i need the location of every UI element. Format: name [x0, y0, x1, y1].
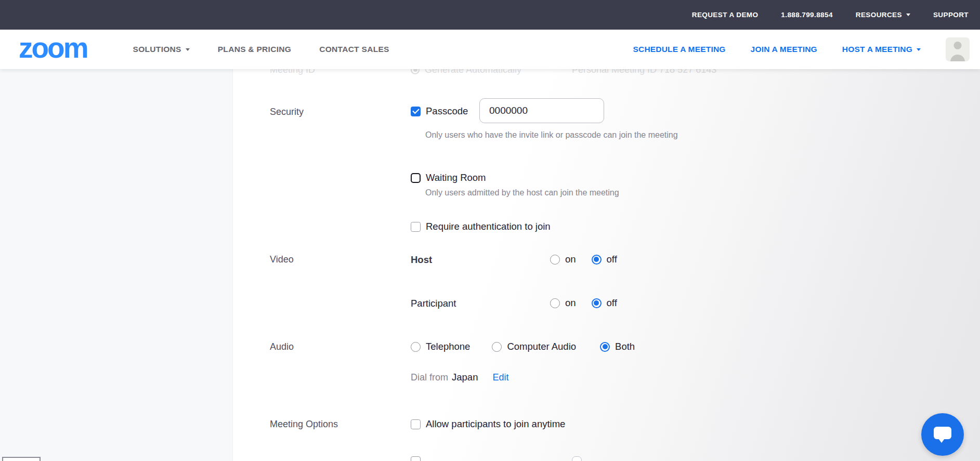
solutions-label: SOLUTIONS	[133, 45, 181, 54]
resources-label: RESOURCES	[856, 11, 902, 19]
audio-both-radio[interactable]	[600, 342, 610, 352]
plans-pricing-label: PLANS & PRICING	[218, 45, 291, 54]
person-icon	[950, 55, 965, 61]
host-video-on-radio[interactable]	[550, 255, 560, 265]
participant-video-on-radio[interactable]	[550, 298, 560, 308]
video-section-label: Video	[270, 254, 294, 265]
support-link[interactable]: SUPPORT	[933, 11, 969, 19]
waiting-room-checkbox[interactable]	[411, 173, 421, 183]
chat-bubble-icon	[934, 427, 951, 439]
chat-support-button[interactable]	[921, 413, 964, 456]
passcode-row: Passcode	[411, 106, 468, 117]
dial-from-label: Dial from	[411, 372, 448, 383]
audio-computer-label: Computer Audio	[507, 341, 576, 352]
zoom-schedule-meeting-page: Meeting ID Generate Automatically Person…	[0, 0, 980, 461]
schedule-a-meeting-label: SCHEDULE A MEETING	[633, 45, 725, 54]
participant-video-off-radio[interactable]	[592, 298, 602, 308]
audio-telephone-radio[interactable]	[411, 342, 421, 352]
contact-sales-label: CONTACT SALES	[319, 45, 389, 54]
join-a-meeting-label: JOIN A MEETING	[751, 45, 817, 54]
video-participant-label: Participant	[411, 298, 456, 309]
host-video-off-radio[interactable]	[592, 255, 602, 265]
nav-plans-pricing[interactable]: PLANS & PRICING	[218, 45, 291, 54]
nav-solutions[interactable]: SOLUTIONS	[133, 45, 190, 54]
passcode-label: Passcode	[426, 106, 468, 117]
cutoff-corner-box	[2, 457, 41, 461]
person-icon	[954, 42, 962, 49]
participant-video-off-label: off	[607, 297, 617, 309]
waiting-room-label: Waiting Room	[426, 172, 486, 183]
waiting-room-help-text: Only users admitted by the host can join…	[425, 188, 619, 197]
require-authentication-checkbox[interactable]	[411, 222, 421, 232]
dial-from-row: Dial from Japan Edit	[411, 372, 508, 383]
phone-number-label: 1.888.799.8854	[781, 11, 832, 19]
passcode-input[interactable]	[479, 98, 604, 123]
dial-from-country: Japan	[452, 372, 478, 383]
host-a-meeting-label: HOST A MEETING	[842, 45, 912, 54]
require-authentication-label: Require authentication to join	[426, 221, 551, 232]
nav-schedule-a-meeting[interactable]: SCHEDULE A MEETING	[633, 45, 725, 54]
join-anytime-label: Allow participants to join anytime	[426, 418, 565, 430]
cutoff-radio[interactable]	[572, 456, 582, 461]
meeting-options-section-label: Meeting Options	[270, 419, 338, 430]
video-host-radios: on off	[550, 254, 617, 265]
chevron-down-icon	[917, 48, 921, 51]
support-label: SUPPORT	[933, 11, 969, 19]
host-video-off-label: off	[607, 254, 617, 265]
nav-join-a-meeting[interactable]: JOIN A MEETING	[751, 45, 817, 54]
passcode-help-text: Only users who have the invite link or p…	[425, 130, 678, 140]
main-navbar: zoom SOLUTIONS PLANS & PRICING CONTACT S…	[0, 30, 980, 69]
audio-section-label: Audio	[270, 341, 294, 352]
passcode-checkbox[interactable]	[411, 107, 421, 116]
video-host-label: Host	[411, 254, 432, 266]
host-video-on-label: on	[565, 254, 576, 265]
user-avatar[interactable]	[946, 37, 970, 61]
request-a-demo-label: REQUEST A DEMO	[692, 11, 759, 19]
nav-contact-sales[interactable]: CONTACT SALES	[319, 45, 389, 54]
top-utility-bar: REQUEST A DEMO 1.888.799.8854 RESOURCES …	[0, 0, 980, 30]
cutoff-checkbox[interactable]	[411, 456, 421, 461]
nav-host-a-meeting[interactable]: HOST A MEETING	[842, 45, 921, 54]
audio-both-label: Both	[615, 341, 635, 352]
resources-menu[interactable]: RESOURCES	[856, 11, 910, 19]
join-anytime-checkbox[interactable]	[411, 419, 421, 429]
audio-radios: Telephone Computer Audio Both	[411, 341, 635, 352]
edit-dial-in-link[interactable]: Edit	[492, 372, 508, 383]
phone-number-link[interactable]: 1.888.799.8854	[781, 11, 832, 19]
audio-telephone-label: Telephone	[426, 341, 470, 352]
security-section-label: Security	[270, 107, 304, 117]
nav-left-links: SOLUTIONS PLANS & PRICING CONTACT SALES	[133, 45, 389, 54]
waiting-room-row: Waiting Room	[411, 172, 486, 183]
left-gutter-panel	[0, 69, 233, 461]
join-anytime-row: Allow participants to join anytime	[411, 418, 565, 430]
zoom-logo[interactable]: zoom	[19, 34, 87, 62]
request-a-demo-link[interactable]: REQUEST A DEMO	[692, 11, 759, 19]
audio-computer-radio[interactable]	[492, 342, 502, 352]
chevron-down-icon	[186, 48, 190, 51]
nav-right-links: SCHEDULE A MEETING JOIN A MEETING HOST A…	[633, 37, 970, 61]
chevron-down-icon	[906, 14, 910, 16]
participant-video-on-label: on	[565, 297, 576, 309]
require-auth-row: Require authentication to join	[411, 221, 551, 232]
video-participant-radios: on off	[550, 297, 617, 309]
